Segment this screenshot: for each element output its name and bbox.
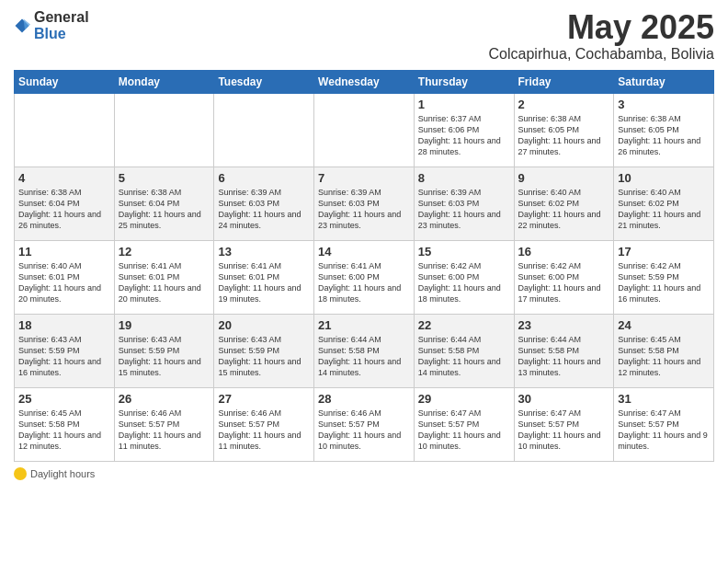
day-number: 28: [318, 392, 410, 406]
day-info: Sunrise: 6:43 AMSunset: 5:59 PMDaylight:…: [119, 334, 210, 379]
day-info: Sunrise: 6:42 AMSunset: 6:00 PMDaylight:…: [518, 260, 610, 305]
day-cell: 30Sunrise: 6:47 AMSunset: 5:57 PMDayligh…: [514, 387, 614, 461]
col-header-monday: Monday: [114, 70, 214, 93]
col-header-saturday: Saturday: [614, 70, 714, 93]
day-info: Sunrise: 6:47 AMSunset: 5:57 PMDaylight:…: [418, 408, 510, 453]
day-info: Sunrise: 6:41 AMSunset: 6:01 PMDaylight:…: [119, 260, 210, 305]
day-cell: 28Sunrise: 6:46 AMSunset: 5:57 PMDayligh…: [314, 387, 415, 461]
day-info: Sunrise: 6:39 AMSunset: 6:03 PMDaylight:…: [218, 187, 310, 232]
week-row-5: 25Sunrise: 6:45 AMSunset: 5:58 PMDayligh…: [15, 387, 714, 461]
day-info: Sunrise: 6:43 AMSunset: 5:59 PMDaylight:…: [218, 334, 310, 379]
page-header: General Blue May 2025 Colcapirhua, Cocha…: [14, 9, 714, 63]
day-info: Sunrise: 6:44 AMSunset: 5:58 PMDaylight:…: [518, 334, 610, 379]
daylight-legend: Daylight hours: [14, 467, 95, 480]
day-info: Sunrise: 6:42 AMSunset: 6:00 PMDaylight:…: [418, 260, 510, 305]
day-cell: 2Sunrise: 6:38 AMSunset: 6:05 PMDaylight…: [514, 93, 614, 167]
day-number: 15: [418, 245, 510, 259]
day-number: 2: [518, 98, 610, 111]
day-number: 5: [119, 171, 210, 185]
col-header-wednesday: Wednesday: [314, 70, 415, 93]
day-number: 13: [218, 245, 310, 259]
day-cell: 9Sunrise: 6:40 AMSunset: 6:02 PMDaylight…: [514, 167, 614, 240]
day-info: Sunrise: 6:46 AMSunset: 5:57 PMDaylight:…: [119, 408, 210, 453]
col-header-friday: Friday: [514, 70, 614, 93]
day-cell: 1Sunrise: 6:37 AMSunset: 6:06 PMDaylight…: [414, 93, 514, 167]
day-info: Sunrise: 6:46 AMSunset: 5:57 PMDaylight:…: [218, 408, 310, 453]
day-cell: 4Sunrise: 6:38 AMSunset: 6:04 PMDaylight…: [15, 167, 115, 240]
day-number: 4: [18, 171, 110, 185]
day-number: 19: [119, 318, 210, 332]
day-number: 18: [18, 318, 110, 332]
day-info: Sunrise: 6:47 AMSunset: 5:57 PMDaylight:…: [518, 408, 610, 453]
logo: General Blue: [14, 9, 89, 42]
day-number: 27: [218, 392, 310, 406]
day-info: Sunrise: 6:44 AMSunset: 5:58 PMDaylight:…: [418, 334, 510, 379]
footer: Daylight hours: [14, 467, 714, 482]
day-cell: 20Sunrise: 6:43 AMSunset: 5:59 PMDayligh…: [214, 314, 314, 387]
day-number: 21: [318, 318, 410, 332]
day-number: 31: [618, 392, 710, 406]
week-row-2: 4Sunrise: 6:38 AMSunset: 6:04 PMDaylight…: [15, 167, 714, 240]
day-cell: 16Sunrise: 6:42 AMSunset: 6:00 PMDayligh…: [514, 240, 614, 314]
col-header-tuesday: Tuesday: [214, 70, 314, 93]
day-number: 25: [18, 392, 110, 406]
day-info: Sunrise: 6:38 AMSunset: 6:05 PMDaylight:…: [618, 113, 710, 158]
day-number: 14: [318, 245, 410, 259]
day-number: 22: [418, 318, 510, 332]
day-info: Sunrise: 6:39 AMSunset: 6:03 PMDaylight:…: [418, 187, 510, 232]
week-row-1: 1Sunrise: 6:37 AMSunset: 6:06 PMDaylight…: [15, 93, 714, 167]
day-number: 1: [418, 98, 510, 111]
day-info: Sunrise: 6:43 AMSunset: 5:59 PMDaylight:…: [18, 334, 110, 379]
day-cell: 19Sunrise: 6:43 AMSunset: 5:59 PMDayligh…: [114, 314, 214, 387]
day-cell: 31Sunrise: 6:47 AMSunset: 5:57 PMDayligh…: [614, 387, 714, 461]
month-title: May 2025: [489, 9, 714, 46]
week-row-4: 18Sunrise: 6:43 AMSunset: 5:59 PMDayligh…: [15, 314, 714, 387]
day-number: 30: [518, 392, 610, 406]
day-info: Sunrise: 6:45 AMSunset: 5:58 PMDaylight:…: [18, 408, 110, 453]
calendar-table: SundayMondayTuesdayWednesdayThursdayFrid…: [14, 70, 714, 462]
day-cell: [114, 93, 214, 167]
day-info: Sunrise: 6:44 AMSunset: 5:58 PMDaylight:…: [318, 334, 410, 379]
day-info: Sunrise: 6:38 AMSunset: 6:04 PMDaylight:…: [18, 187, 110, 232]
day-cell: 29Sunrise: 6:47 AMSunset: 5:57 PMDayligh…: [414, 387, 514, 461]
day-cell: 24Sunrise: 6:45 AMSunset: 5:58 PMDayligh…: [614, 314, 714, 387]
day-number: 11: [18, 245, 110, 259]
day-cell: 27Sunrise: 6:46 AMSunset: 5:57 PMDayligh…: [214, 387, 314, 461]
day-number: 12: [119, 245, 210, 259]
day-info: Sunrise: 6:41 AMSunset: 6:00 PMDaylight:…: [318, 260, 410, 305]
day-number: 29: [418, 392, 510, 406]
day-info: Sunrise: 6:39 AMSunset: 6:03 PMDaylight:…: [318, 187, 410, 232]
location-title: Colcapirhua, Cochabamba, Bolivia: [489, 46, 714, 63]
day-number: 17: [618, 245, 710, 259]
day-number: 20: [218, 318, 310, 332]
day-number: 6: [218, 171, 310, 185]
day-cell: 26Sunrise: 6:46 AMSunset: 5:57 PMDayligh…: [114, 387, 214, 461]
day-info: Sunrise: 6:37 AMSunset: 6:06 PMDaylight:…: [418, 113, 510, 158]
col-header-sunday: Sunday: [15, 70, 115, 93]
day-cell: 8Sunrise: 6:39 AMSunset: 6:03 PMDaylight…: [414, 167, 514, 240]
day-number: 26: [119, 392, 210, 406]
day-number: 8: [418, 171, 510, 185]
day-info: Sunrise: 6:46 AMSunset: 5:57 PMDaylight:…: [318, 408, 410, 453]
day-cell: 25Sunrise: 6:45 AMSunset: 5:58 PMDayligh…: [15, 387, 115, 461]
day-number: 24: [618, 318, 710, 332]
day-info: Sunrise: 6:38 AMSunset: 6:04 PMDaylight:…: [119, 187, 210, 232]
day-cell: 21Sunrise: 6:44 AMSunset: 5:58 PMDayligh…: [314, 314, 415, 387]
logo-blue: Blue: [34, 26, 66, 41]
week-row-3: 11Sunrise: 6:40 AMSunset: 6:01 PMDayligh…: [15, 240, 714, 314]
day-info: Sunrise: 6:40 AMSunset: 6:01 PMDaylight:…: [18, 260, 110, 305]
day-cell: 6Sunrise: 6:39 AMSunset: 6:03 PMDaylight…: [214, 167, 314, 240]
day-info: Sunrise: 6:42 AMSunset: 5:59 PMDaylight:…: [618, 260, 710, 305]
daylight-label: Daylight hours: [30, 468, 95, 479]
day-cell: [15, 93, 115, 167]
day-cell: 11Sunrise: 6:40 AMSunset: 6:01 PMDayligh…: [15, 240, 115, 314]
day-info: Sunrise: 6:45 AMSunset: 5:58 PMDaylight:…: [618, 334, 710, 379]
sun-icon: [14, 467, 27, 480]
day-cell: [314, 93, 415, 167]
day-cell: 13Sunrise: 6:41 AMSunset: 6:01 PMDayligh…: [214, 240, 314, 314]
day-info: Sunrise: 6:40 AMSunset: 6:02 PMDaylight:…: [618, 187, 710, 232]
day-cell: 17Sunrise: 6:42 AMSunset: 5:59 PMDayligh…: [614, 240, 714, 314]
day-info: Sunrise: 6:40 AMSunset: 6:02 PMDaylight:…: [518, 187, 610, 232]
day-cell: [214, 93, 314, 167]
day-number: 7: [318, 171, 410, 185]
